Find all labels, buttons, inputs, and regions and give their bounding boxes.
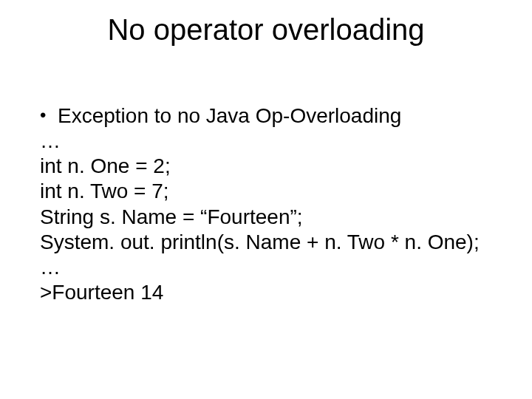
code-line-2: int n. Two = 7; [40,179,502,204]
code-line-ellipsis-1: … [40,129,502,154]
slide-title: No operator overloading [0,13,532,47]
slide-body: • Exception to no Java Op-Overloading … … [40,103,502,305]
slide: No operator overloading • Exception to n… [0,0,532,399]
code-line-3: String s. Name = “Fourteen”; [40,205,502,230]
code-line-ellipsis-2: … [40,255,502,280]
bullet-dot-icon: • [40,103,58,127]
code-line-output: >Fourteen 14 [40,280,502,305]
code-line-1: int n. One = 2; [40,154,502,179]
bullet-item: • Exception to no Java Op-Overloading [40,103,502,129]
code-line-4: System. out. println(s. Name + n. Two * … [40,230,502,255]
bullet-text: Exception to no Java Op-Overloading [58,103,502,129]
